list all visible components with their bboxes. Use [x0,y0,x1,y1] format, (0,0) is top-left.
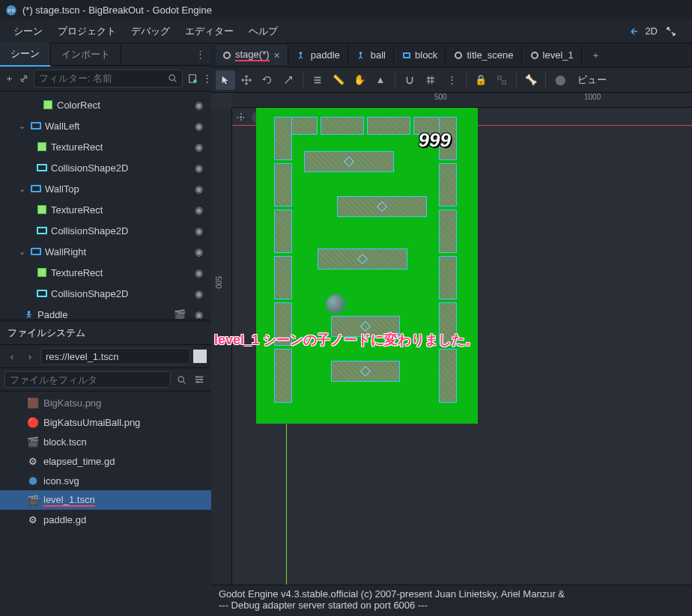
file-bigkatsuball[interactable]: 🔴BigKatsuUmaiBall.png [0,412,211,432]
tab-import[interactable]: インポート [51,43,121,66]
node-wallright[interactable]: ⌄WallRight◉ [0,241,211,262]
canvas[interactable]: − 39.7 % + [232,108,692,585]
svg-point-16 [197,381,199,383]
node-label: ColorRect [57,100,187,111]
file-icon-svg[interactable]: icon.svg [0,471,211,490]
menu-editor[interactable]: エディター [177,22,241,41]
node-paddle[interactable]: Paddle🎬◉ [0,304,211,319]
menu-scene[interactable]: シーン [6,22,50,41]
node-label: CollisionShape2D [51,288,187,299]
filesystem-filter-input[interactable] [4,371,171,388]
select-tool[interactable] [216,70,235,90]
add-tab-button[interactable]: ＋ [583,45,608,66]
rotate-tool[interactable] [258,70,277,90]
scene-tree[interactable]: ColorRect◉ ⌄WallLeft◉ TextureRect◉ Colli… [0,91,211,319]
file-bigkatsu[interactable]: 🟫BigKatsu.png [0,393,211,412]
snap-toggle[interactable] [400,70,419,90]
search-icon[interactable] [174,372,189,387]
chevron-down-icon[interactable]: ⌄ [16,121,27,131]
file-paddle-gd[interactable]: ⚙paddle.gd [0,510,211,529]
file-label: level_1.tscn [43,494,95,507]
file-level1[interactable]: 🎬level_1.tscn [0,490,211,510]
tab-title-scene[interactable]: title_scene [447,46,521,64]
pan-tool[interactable]: ✋ [350,70,369,90]
ruler-tool[interactable]: 📏 [329,70,348,90]
tab-ball[interactable]: ball [350,46,394,64]
visibility-icon[interactable]: ◉ [190,225,207,237]
menu-help[interactable]: ヘルプ [241,22,285,41]
tab-level-1[interactable]: level_1 [523,46,582,64]
filter-settings-icon[interactable] [192,372,207,387]
menu-debug[interactable]: デバッグ [124,22,177,41]
visibility-icon[interactable]: ◉ [190,100,207,111]
visibility-icon[interactable]: ◉ [190,204,207,216]
node-collisionshape2d[interactable]: CollisionShape2D◉ [0,157,211,178]
svg-point-7 [193,79,196,82]
list-tool[interactable] [308,70,327,90]
toolbar-extra-button[interactable] [187,70,198,87]
scale-tool[interactable] [279,70,298,90]
expand-icon[interactable] [665,25,677,37]
output-line-2: --- Debug adapter server started on port… [219,600,428,611]
attach-script-button[interactable] [19,70,29,87]
view-menu[interactable]: ビュー [571,70,613,90]
close-icon[interactable]: × [274,49,280,61]
tab-paddle[interactable]: paddle [290,46,348,64]
node-label: TextureRect [51,267,187,278]
node-texturerect-3[interactable]: TextureRect◉ [0,262,211,283]
node-colorrect[interactable]: ColorRect◉ [0,94,211,115]
node-wallleft[interactable]: ⌄WallLeft◉ [0,115,211,136]
file-elapsed-time[interactable]: ⚙elapsed_time.gd [0,451,211,471]
filesystem-tree[interactable]: 🟫BigKatsu.png 🔴BigKatsuUmaiBall.png 🎬blo… [0,391,211,616]
group-tool[interactable] [492,70,512,90]
nav-back-button[interactable]: ‹ [4,349,19,364]
canvas-viewport[interactable]: 500 1000 500 − 39.7 % + [211,93,692,585]
tab-label: level_1 [543,49,574,61]
node-walltop[interactable]: ⌄WallTop◉ [0,178,211,199]
tab-stage[interactable]: stage(*)× [216,45,288,65]
visibility-icon[interactable]: ◉ [190,183,207,195]
svg-point-19 [359,52,362,55]
visibility-icon[interactable]: ◉ [190,246,207,257]
node-texturerect[interactable]: TextureRect◉ [0,136,211,157]
node-collisionshape2d-3[interactable]: CollisionShape2D◉ [0,283,211,304]
stage-bg[interactable]: 999 [256,108,478,424]
ball-object[interactable] [325,293,346,314]
visibility-icon[interactable]: ◉ [190,267,207,278]
scene-filter[interactable] [34,70,183,88]
node-texturerect-2[interactable]: TextureRect◉ [0,199,211,220]
add-node-button[interactable]: ＋ [4,70,14,87]
svg-rect-20 [498,76,501,79]
output-panel[interactable]: Godot Engine v4.3.stable.official (c) 20… [211,585,692,616]
scene-icon: 🎬 [27,494,39,506]
visibility-icon[interactable]: ◉ [190,121,207,132]
scene-filter-input[interactable] [39,73,165,84]
menu-project[interactable]: プロジェクト [50,22,124,41]
scene-instance-icon[interactable]: 🎬 [174,309,187,320]
nav-forward-button[interactable]: › [22,349,37,364]
visibility-icon[interactable]: ◉ [190,309,207,320]
visibility-icon[interactable]: ◉ [190,162,207,174]
bone-tool[interactable]: 🦴 [521,70,541,90]
animation-tool[interactable]: ⬤ [550,70,570,90]
path-folder-icon[interactable] [193,350,207,363]
chevron-down-icon[interactable]: ⌄ [16,184,27,194]
tab-scene[interactable]: シーン [0,43,51,67]
scene-tabs: stage(*)× paddle ball block title_scene … [211,43,692,67]
center-view-icon[interactable] [235,112,247,123]
file-block[interactable]: 🎬block.tscn [0,432,211,451]
grid-toggle[interactable] [421,70,440,90]
more-icon[interactable]: ⋮ [442,70,461,90]
filesystem-path-input[interactable] [40,348,190,365]
scene-panel-tabs: シーン インポート ⋮ [0,43,211,66]
snap-tool[interactable]: ▲ [371,70,390,90]
mode-2d-button[interactable]: 2D [630,25,658,37]
move-tool[interactable] [237,70,256,90]
node-collisionshape2d-2[interactable]: CollisionShape2D◉ [0,220,211,241]
chevron-down-icon[interactable]: ⌄ [16,247,27,257]
panel-menu-icon[interactable]: ⋮ [189,49,211,60]
visibility-icon[interactable]: ◉ [190,288,207,299]
tab-block[interactable]: block [395,46,446,64]
visibility-icon[interactable]: ◉ [190,141,207,153]
lock-tool[interactable]: 🔒 [471,70,491,90]
